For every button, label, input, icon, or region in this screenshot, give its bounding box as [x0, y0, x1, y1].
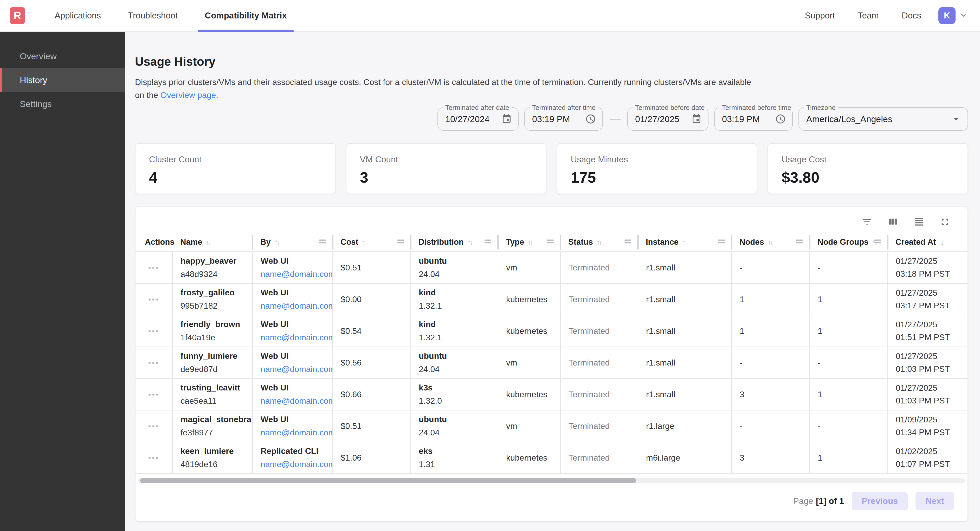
sort-icon[interactable]: ↑↓	[597, 238, 601, 246]
column-menu-icon[interactable]	[547, 239, 554, 241]
created-at-cell: 01/02/202501:07 PM PST	[888, 442, 968, 474]
column-menu-icon[interactable]	[796, 239, 803, 241]
column-header-created-at[interactable]: Created At↓	[888, 233, 968, 252]
filter-icon[interactable]	[861, 216, 872, 227]
tab-compatibility-matrix[interactable]: Compatibility Matrix	[191, 0, 300, 32]
type-cell: kubernetes	[498, 379, 560, 410]
column-header-by[interactable]: By↑↓	[253, 233, 332, 252]
terminated-after-time-field[interactable]: Terminated after time 03:19 PM	[524, 107, 603, 131]
row-actions-menu-icon[interactable]: •••	[148, 390, 160, 399]
by-email-link[interactable]: name@domain.com	[261, 333, 330, 342]
instance-cell: r1.small	[638, 252, 732, 284]
column-menu-icon[interactable]	[319, 239, 326, 241]
sort-icon[interactable]: ↑↓	[682, 238, 687, 246]
horizontal-scrollbar-track[interactable]	[138, 478, 965, 483]
row-actions-menu-icon[interactable]: •••	[148, 327, 160, 335]
created-at-cell: 01/27/202501:51 PM PST	[888, 315, 968, 347]
row-actions-menu-icon[interactable]: •••	[148, 453, 160, 462]
sort-desc-icon[interactable]: ↓	[940, 237, 944, 247]
nav-link-team[interactable]: Team	[846, 11, 890, 21]
columns-icon[interactable]	[888, 216, 898, 227]
nav-link-support[interactable]: Support	[794, 11, 846, 21]
column-menu-icon[interactable]	[624, 239, 631, 241]
by-cell: Web UIname@domain.com	[253, 347, 332, 379]
dropdown-arrow-icon[interactable]	[951, 114, 961, 124]
sort-icon[interactable]: ↑↓	[768, 238, 772, 246]
row-actions-menu-icon[interactable]: •••	[148, 295, 160, 304]
tab-applications[interactable]: Applications	[41, 0, 115, 32]
cluster-id: cae5ea11	[180, 396, 250, 406]
column-header-cost[interactable]: Cost↑↓	[332, 233, 410, 252]
created-at-cell: 01/27/202501:03 PM PST	[888, 379, 968, 410]
timezone-value[interactable]: America/Los_Angeles	[806, 114, 892, 124]
sort-icon[interactable]: ↑↓	[528, 238, 532, 246]
nav-link-docs[interactable]: Docs	[890, 11, 933, 21]
distribution-version: 24.04	[419, 269, 495, 279]
previous-page-button[interactable]: Previous	[852, 492, 908, 510]
nodes-cell: 1	[732, 315, 810, 347]
terminated-before-date-value[interactable]: 01/27/2025	[635, 114, 679, 124]
terminated-before-time-value[interactable]: 03:19 PM	[722, 114, 760, 124]
column-menu-icon[interactable]	[397, 239, 404, 241]
status-cell: Terminated	[560, 252, 638, 284]
row-actions-menu-icon[interactable]: •••	[148, 263, 160, 272]
name-cell: frosty_galileo995b7182	[172, 284, 253, 315]
calendar-icon[interactable]	[691, 114, 702, 124]
column-header-instance[interactable]: Instance↑↓	[638, 233, 732, 252]
clock-icon[interactable]	[585, 114, 596, 124]
column-header-node-groups[interactable]: Node Groups↑↓	[810, 233, 888, 252]
usage-history-table: Actions Name↑↓ By↑↓ Cost↑↓ Distribution↑…	[135, 233, 968, 474]
distribution-name: kind	[419, 320, 495, 329]
column-menu-icon[interactable]	[485, 239, 491, 241]
column-menu-icon[interactable]	[874, 239, 881, 241]
calendar-icon[interactable]	[501, 114, 512, 124]
terminated-after-date-value[interactable]: 10/27/2024	[445, 114, 490, 124]
cluster-name: happy_beaver	[180, 256, 250, 266]
cost-cell: $0.51	[332, 410, 410, 442]
by-email-link[interactable]: name@domain.com	[261, 460, 330, 469]
terminated-after-date-field[interactable]: Terminated after date 10/27/2024	[438, 107, 519, 131]
terminated-after-time-value[interactable]: 03:19 PM	[532, 114, 570, 124]
distribution-cell: k3s1.32.0	[410, 379, 498, 410]
next-page-button[interactable]: Next	[915, 492, 954, 510]
column-header-type[interactable]: Type↑↓	[498, 233, 560, 252]
row-actions-menu-icon[interactable]: •••	[148, 422, 160, 430]
column-menu-icon[interactable]	[718, 239, 725, 241]
avatar[interactable]: K	[939, 7, 956, 24]
fullscreen-icon[interactable]	[939, 216, 950, 227]
by-source: Web UI	[261, 383, 330, 393]
column-header-nodes[interactable]: Nodes↑↓	[732, 233, 810, 252]
sidebar-item-history[interactable]: History	[0, 68, 125, 92]
type-cell: vm	[498, 252, 560, 284]
sort-icon[interactable]: ↑↓	[274, 238, 279, 246]
stat-vm-count: VM Count 3	[346, 143, 546, 194]
row-actions-menu-icon[interactable]: •••	[148, 358, 160, 367]
clock-icon[interactable]	[775, 114, 786, 124]
nodes-cell: 3	[732, 379, 810, 410]
sidebar-item-overview[interactable]: Overview	[0, 44, 125, 68]
density-icon[interactable]	[913, 216, 924, 227]
by-email-link[interactable]: name@domain.com	[261, 365, 330, 374]
sort-icon[interactable]: ↑↓	[362, 238, 366, 246]
replicated-logo[interactable]: R	[10, 7, 25, 24]
account-menu[interactable]: K	[939, 7, 969, 24]
column-header-status[interactable]: Status↑↓	[560, 233, 638, 252]
overview-page-link[interactable]: Overview page	[161, 90, 216, 100]
tab-troubleshoot[interactable]: Troubleshoot	[115, 0, 191, 32]
column-header-distribution[interactable]: Distribution↑↓	[410, 233, 498, 252]
terminated-before-date-field[interactable]: Terminated before date 01/27/2025	[627, 107, 708, 131]
by-email-link[interactable]: name@domain.com	[261, 396, 330, 406]
sort-icon[interactable]: ↑↓	[468, 238, 472, 246]
sidebar-item-settings[interactable]: Settings	[0, 92, 125, 116]
created-date: 01/27/2025	[896, 320, 968, 330]
horizontal-scrollbar-thumb[interactable]	[140, 478, 636, 483]
sort-icon[interactable]: ↑↓	[206, 238, 210, 246]
distribution-cell: kind1.32.1	[410, 284, 498, 315]
by-email-link[interactable]: name@domain.com	[261, 428, 330, 437]
column-header-name[interactable]: Name↑↓	[172, 233, 253, 252]
timezone-select[interactable]: Timezone America/Los_Angeles	[799, 107, 968, 131]
by-email-link[interactable]: name@domain.com	[261, 269, 330, 279]
by-email-link[interactable]: name@domain.com	[261, 301, 330, 311]
terminated-before-time-field[interactable]: Terminated before time 03:19 PM	[714, 107, 793, 131]
cost-cell: $0.56	[332, 347, 410, 379]
